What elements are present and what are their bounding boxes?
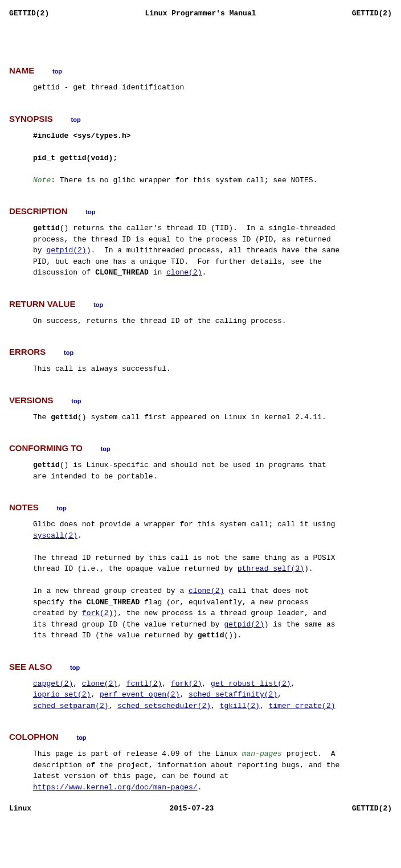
notes-body: Glibc does not provide a wrapper for thi… (33, 519, 392, 641)
section-name: NAME (9, 65, 34, 75)
link-clone[interactable]: clone(2) (189, 587, 224, 595)
proto-line: pid_t gettid(void); (33, 154, 117, 162)
see-also-link[interactable]: sched_setscheduler(2) (117, 702, 211, 710)
colophon-body: This page is part of release 4.09 of the… (33, 748, 392, 793)
section-description: DESCRIPTION (9, 206, 68, 216)
header-left: GETTID(2) (9, 9, 49, 18)
clone-thread: CLONE_THREAD (95, 268, 149, 277)
see-also-link[interactable]: sched_setaffinity(2) (189, 690, 277, 699)
footer-right: GETTID(2) (352, 804, 392, 813)
description-body: gettid() returns the caller's thread ID … (33, 223, 392, 279)
see-also-link[interactable]: fcntl(2) (126, 679, 162, 688)
link-pthread-self[interactable]: pthread_self(3) (238, 564, 304, 573)
header-center: Linux Programmer's Manual (145, 9, 256, 18)
retval-body: On success, returns the thread ID of the… (33, 316, 392, 327)
top-link[interactable]: top (101, 445, 111, 452)
top-link[interactable]: top (52, 68, 62, 75)
clone-thread: CLONE_THREAD (87, 598, 140, 607)
section-synopsis: SYNOPSIS (9, 114, 53, 124)
top-link[interactable]: top (93, 301, 103, 308)
section-return-value: RETURN VALUE (9, 299, 75, 309)
fn-gettid: gettid (51, 413, 77, 421)
see-also-link[interactable]: clone(2) (82, 679, 117, 688)
top-link[interactable]: top (64, 349, 73, 356)
fn-gettid: gettid (198, 631, 224, 640)
synopsis-body: #include <sys/types.h> pid_t gettid(void… (33, 130, 392, 186)
link-syscall[interactable]: syscall(2) (33, 531, 77, 540)
header-right: GETTID(2) (352, 9, 392, 18)
see-also-link[interactable]: capget(2) (33, 679, 73, 688)
link-kernel-org[interactable]: https://www.kernel.org/doc/man-pages/ (33, 783, 198, 792)
man-pages: man-pages (242, 750, 282, 758)
seealso-body: capget(2), clone(2), fcntl(2), fork(2), … (33, 678, 392, 712)
section-errors: ERRORS (9, 347, 46, 357)
link-clone[interactable]: clone(2) (166, 268, 202, 277)
see-also-link[interactable]: get_robust_list(2) (211, 679, 290, 688)
top-link[interactable]: top (70, 664, 80, 671)
section-notes: NOTES (9, 502, 39, 512)
man-header: GETTID(2) Linux Programmer's Manual GETT… (9, 9, 392, 18)
section-conforming: CONFORMING TO (9, 443, 83, 453)
man-footer: Linux 2015-07-23 GETTID(2) (9, 804, 392, 813)
note-text: : There is no glibc wrapper for this sys… (51, 176, 317, 185)
fn-gettid: gettid (33, 461, 60, 469)
versions-body: The gettid() system call first appeared … (33, 412, 392, 423)
link-getpid[interactable]: getpid(2) (224, 620, 264, 629)
errors-body: This call is always successful. (33, 363, 392, 375)
see-also-link[interactable]: fork(2) (171, 679, 202, 688)
top-link[interactable]: top (71, 398, 81, 404)
section-versions: VERSIONS (9, 395, 54, 405)
top-link[interactable]: top (85, 208, 95, 215)
link-getpid[interactable]: getpid(2) (46, 246, 86, 255)
conforming-body: gettid() is Linux-specific and should no… (33, 460, 392, 482)
see-also-link[interactable]: sched_setparam(2) (33, 702, 109, 710)
link-fork[interactable]: fork(2) (82, 609, 113, 617)
section-colophon: COLOPHON (9, 732, 59, 742)
top-link[interactable]: top (71, 116, 81, 123)
section-see-also: SEE ALSO (9, 662, 52, 672)
note-label: Note (33, 176, 51, 185)
see-also-link[interactable]: ioprio_set(2) (33, 690, 91, 699)
name-body: gettid - get thread identification (33, 82, 392, 93)
top-link[interactable]: top (76, 734, 86, 741)
top-link[interactable]: top (57, 505, 67, 511)
fn-gettid: gettid (33, 224, 60, 232)
footer-left: Linux (9, 804, 31, 813)
footer-center: 2015-07-23 (169, 804, 214, 813)
include-line: #include <sys/types.h> (33, 132, 131, 140)
see-also-link[interactable]: perf_event_open(2) (100, 690, 179, 699)
see-also-link[interactable]: timer_create(2) (269, 702, 335, 710)
see-also-link[interactable]: tgkill(2) (220, 702, 260, 710)
